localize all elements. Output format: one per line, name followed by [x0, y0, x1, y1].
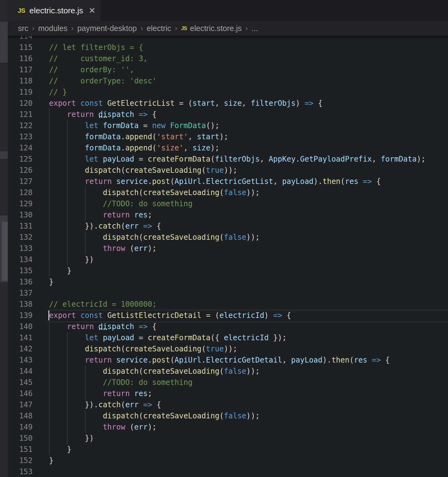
code-line[interactable]: 128 dispatch(createSaveLoading(false)); [8, 187, 448, 198]
code-line[interactable]: 145 //TODO: do something [8, 377, 448, 388]
indent-guide [67, 433, 68, 444]
token-p: . [201, 356, 206, 364]
code-line[interactable]: 121 return dispatch => { [8, 109, 448, 120]
code-line[interactable]: 135 } [8, 265, 448, 276]
breadcrumb-ellipsis[interactable]: ... [252, 24, 258, 33]
code-line[interactable]: 131 }).catch(err => { [8, 221, 448, 232]
code-line-content: return service.post(ApiUrl.ElectricGetDe… [33, 354, 448, 366]
code-line[interactable]: 116// customer_id: 3, [8, 53, 448, 64]
code-line[interactable]: 125 let payLoad = createFormData(filterO… [8, 154, 448, 165]
token-k2: => [139, 322, 148, 331]
token-k2: false [224, 233, 246, 242]
token-k2: const [80, 311, 103, 320]
token-p [134, 322, 139, 331]
code-line[interactable]: 123 formData.append('start', start); [8, 131, 448, 142]
line-number: 142 [8, 343, 33, 354]
code-line[interactable]: 130 return res; [8, 209, 448, 221]
token-p [139, 400, 143, 409]
code-line-content: return dispatch => { [33, 109, 448, 120]
line-number: 118 [8, 75, 33, 87]
code-line[interactable]: 132 dispatch(createSaveLoading(false)); [8, 232, 448, 243]
code-line[interactable]: 146 return res; [8, 388, 448, 399]
code-line[interactable]: 137 [8, 288, 448, 299]
code-line[interactable]: 114 [8, 36, 448, 42]
code-line[interactable]: 150 }) [8, 433, 448, 444]
code-line[interactable]: 148 dispatch(createSaveLoading(false)); [8, 410, 448, 421]
token-p: { [148, 322, 157, 331]
token-fn: createSaveLoading [143, 412, 219, 420]
code-line[interactable]: 117// orderBy: '', [8, 64, 448, 75]
code-line-content: // } [33, 87, 448, 98]
tab-close-icon[interactable]: ✕ [89, 7, 96, 15]
code-line[interactable]: 143 return service.post(ApiUrl.ElectricG… [8, 354, 448, 366]
indent-guide [49, 254, 50, 265]
indent-guide [67, 243, 68, 254]
tab-electric-store-js[interactable]: JS electric.store.js ✕ [8, 0, 100, 21]
js-file-icon: JS [181, 25, 187, 32]
code-line[interactable]: 149 throw (err); [8, 421, 448, 433]
indent-guide [49, 154, 50, 165]
code-line[interactable]: 151 } [8, 444, 448, 455]
token-p: ( [139, 233, 143, 242]
token-v: err [125, 222, 139, 230]
token-p [112, 177, 116, 186]
code-line-content [33, 36, 448, 42]
line-number: 126 [8, 165, 33, 176]
token-v: err [134, 423, 148, 431]
token-p: . [148, 356, 152, 364]
token-p: . [201, 177, 206, 186]
code-line[interactable]: 133 throw (err); [8, 243, 448, 254]
token-p: )); [224, 166, 237, 175]
code-line[interactable]: 139export const GetListElectricDetail = … [8, 310, 448, 321]
breadcrumb-item-file[interactable]: JS electric.store.js [181, 24, 242, 33]
code-line[interactable]: 127 return service.post(ApiUrl.ElectricG… [8, 176, 448, 187]
code-line[interactable]: 152} [8, 455, 448, 466]
line-number: 122 [8, 120, 33, 131]
code-line-content: }) [33, 433, 448, 444]
token-p: }). [85, 400, 98, 409]
code-line[interactable]: 153 [8, 466, 448, 477]
token-s: 'size' [157, 144, 184, 152]
code-line[interactable]: 142 dispatch(createSaveLoading(true)); [8, 343, 448, 354]
token-v: electricId [219, 311, 264, 320]
code-line[interactable]: 134 }) [8, 254, 448, 265]
code-line[interactable]: 141 let payLoad = createFormData({ elect… [8, 332, 448, 343]
indent-guide [49, 343, 50, 354]
code-line[interactable]: 140 return dispatch => { [8, 321, 448, 332]
scrollbar-thumb[interactable] [2, 222, 8, 281]
code-line[interactable]: 115// let filterObjs = { [8, 42, 448, 53]
token-p: ( [210, 155, 215, 163]
line-number: 116 [8, 53, 33, 64]
code-line[interactable]: 138// electricId = 1000000; [8, 299, 448, 310]
breadcrumb-item-src[interactable]: src [18, 24, 28, 33]
token-c: // } [49, 88, 67, 96]
code-line[interactable]: 120export const GetElectricList = (start… [8, 98, 448, 109]
code-line[interactable]: 136} [8, 276, 448, 288]
token-k2: => [143, 400, 152, 409]
indent-guide [49, 142, 50, 154]
code-line[interactable]: 126 dispatch(createSaveLoading(true)); [8, 165, 448, 176]
token-k2: let [85, 333, 98, 342]
breadcrumb-item-modules[interactable]: modules [38, 24, 68, 33]
code-editor[interactable]: 114115// let filterObjs = {116// custome… [8, 36, 448, 477]
code-line[interactable]: 147 }).catch(err => { [8, 399, 448, 410]
token-p: ); [148, 423, 157, 431]
token-p: )); [246, 412, 260, 420]
code-line[interactable]: 119// } [8, 87, 448, 98]
code-line[interactable]: 122 let formData = new FormData(); [8, 120, 448, 131]
code-line-content: // customer_id: 3, [33, 53, 448, 64]
breadcrumb: src › modules › payment-desktop › electr… [8, 21, 448, 36]
token-p [139, 222, 143, 230]
code-line[interactable]: 144 dispatch(createSaveLoading(false)); [8, 366, 448, 377]
token-p: ( [125, 244, 134, 253]
code-line[interactable]: 124 formData.append('size', size); [8, 142, 448, 154]
token-p: . [121, 144, 125, 152]
breadcrumb-item-electric[interactable]: electric [147, 24, 171, 33]
code-line[interactable]: 118// orderType: 'desc' [8, 75, 448, 87]
code-line-content: dispatch(createSaveLoading(false)); [33, 410, 448, 421]
token-p: }) [85, 434, 94, 443]
code-lines: 114115// let filterObjs = {116// custome… [8, 36, 448, 477]
code-line[interactable]: 129 //TODO: do something [8, 198, 448, 209]
breadcrumb-item-payment-desktop[interactable]: payment-desktop [77, 24, 137, 33]
code-line-content: dispatch(createSaveLoading(false)); [33, 366, 448, 377]
